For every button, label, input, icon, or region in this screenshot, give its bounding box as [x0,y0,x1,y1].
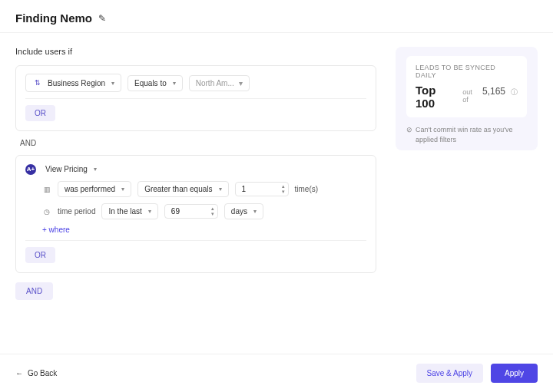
count-value: 1 [242,185,247,193]
panel-label: LEADS TO BE SYNCED DAILY [416,64,518,79]
and-connector: AND [20,139,376,147]
range-select[interactable]: In the last ▾ [101,203,157,219]
note-text: Can't commit win rate as you've applied … [416,125,527,144]
section-label: Include users if [15,47,376,56]
chevron-down-icon: ▾ [219,186,222,193]
panel-total: 5,165 [482,86,505,97]
footer: ← Go Back Save & Apply Apply [0,354,553,392]
count-input[interactable]: 1 ▴▾ [235,182,289,196]
stepper-icon[interactable]: ▴▾ [282,183,285,194]
divider [25,98,366,99]
summary-card: LEADS TO BE SYNCED DAILY Top 100 out of … [406,56,527,117]
info-icon[interactable]: ⓘ [511,87,518,97]
duration-value: 69 [171,207,180,216]
duration-input[interactable]: 69 ▴▾ [164,204,218,219]
panel-outof: out of [462,88,479,104]
chevron-down-icon: ▾ [121,186,124,193]
operator-label: Equals to [134,79,167,87]
event-icon: A+ [25,164,36,175]
event-label: View Pricing [45,165,88,173]
bar-chart-icon: ▥ [42,185,51,194]
panel-note: ⊘ Can't commit win rate as you've applie… [406,125,527,144]
comparator-label: Greater than equals [144,185,212,193]
field-select-business-region[interactable]: ⇅ Business Region ▾ [25,74,121,92]
performed-select[interactable]: was performed ▾ [58,181,131,197]
edit-title-icon[interactable]: ✎ [98,13,106,24]
and-button[interactable]: AND [15,282,53,300]
chevron-down-icon: ▾ [173,80,176,87]
chevron-down-icon: ▾ [253,208,257,215]
page-title: Finding Nemo [15,12,92,25]
value-chip-northam[interactable]: North Am... ▾ [189,75,250,91]
add-where-button[interactable]: + where [42,226,366,234]
rule-group-1: ⇅ Business Region ▾ Equals to ▾ North Am… [15,65,376,131]
unit-select[interactable]: days ▾ [224,203,263,219]
stepper-icon[interactable]: ▴▾ [211,206,214,216]
performed-label: was performed [65,185,115,193]
panel-big-value: Top 100 [416,84,456,110]
filter-icon: ⇅ [32,77,43,88]
comparator-select[interactable]: Greater than equals ▾ [137,181,228,197]
or-button[interactable]: OR [25,247,55,263]
chevron-down-icon: ▾ [94,166,97,173]
chevron-down-icon: ▾ [148,208,151,215]
event-select-view-pricing[interactable]: View Pricing ▾ [42,163,100,175]
warning-icon: ⊘ [406,125,412,144]
summary-panel: LEADS TO BE SYNCED DAILY Top 100 out of … [396,47,538,150]
chevron-down-icon: ▾ [239,79,243,87]
go-back-button[interactable]: ← Go Back [15,369,57,377]
time-period-label: time period [58,207,95,216]
divider [25,240,366,241]
value-text: North Am... [196,79,234,87]
apply-button[interactable]: Apply [491,364,538,383]
rule-group-2: A+ View Pricing ▾ ▥ was performed ▾ [15,155,376,273]
field-label: Business Region [48,79,105,87]
save-apply-button[interactable]: Save & Apply [416,364,483,383]
header: Finding Nemo ✎ [0,0,553,33]
operator-select-equals[interactable]: Equals to ▾ [127,75,183,91]
or-button[interactable]: OR [25,105,55,121]
chevron-down-icon: ▾ [111,80,114,87]
clock-icon: ◷ [42,207,51,216]
back-label: Go Back [28,369,57,377]
arrow-left-icon: ← [15,369,23,377]
unit-label: days [231,207,247,216]
times-label: time(s) [295,185,319,193]
range-label: In the last [108,207,141,216]
